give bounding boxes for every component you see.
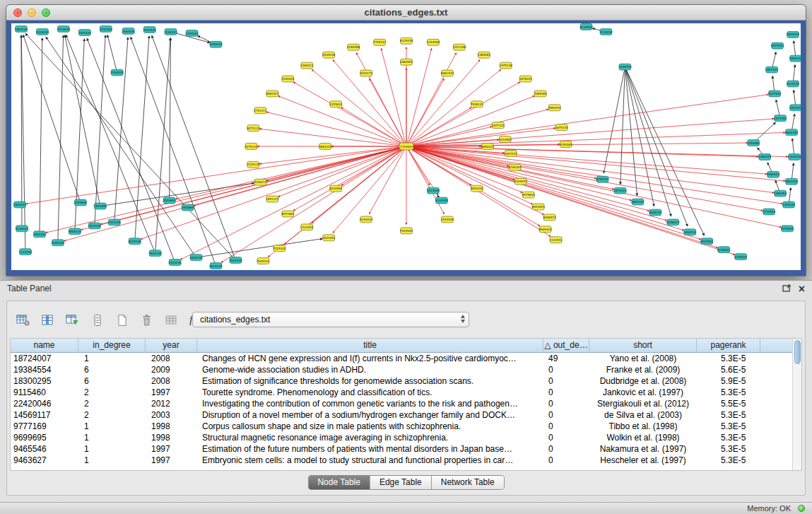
graph-node[interactable]: 8954923 (532, 204, 545, 210)
graph-node[interactable]: 1114334 (19, 249, 32, 255)
graph-node[interactable]: 2018343 (36, 28, 49, 35)
table-row[interactable]: 969969511998Structural magnetic resonanc… (11, 432, 792, 443)
table-row[interactable]: 2242004622012Investigating the contribut… (11, 398, 792, 409)
graph-node[interactable]: 9154469 (560, 141, 572, 148)
graph-node[interactable]: 9634342 (471, 185, 483, 192)
float-panel-icon[interactable] (782, 283, 792, 296)
graph-node[interactable]: 8215135 (129, 238, 141, 245)
graph-node[interactable]: 2125135 (247, 161, 260, 168)
graph-node[interactable]: 1915135 (108, 219, 121, 226)
graph-node[interactable]: 8438197 (649, 209, 662, 216)
graph-node[interactable]: 1485083 (478, 52, 490, 58)
tab-edge-table[interactable]: Edge Table (370, 476, 431, 489)
graph-node[interactable]: 1664951 (400, 59, 413, 65)
graph-node[interactable]: 7623452 (322, 235, 335, 241)
graph-node[interactable]: 1325612 (329, 101, 342, 107)
graph-node[interactable]: 8134304 (580, 23, 593, 30)
graph-node[interactable]: 9405106 (322, 52, 335, 58)
graph-node[interactable]: 2164334 (165, 28, 177, 35)
graph-node[interactable]: 1607437 (505, 150, 517, 156)
graph-node[interactable]: 1948794 (619, 64, 632, 70)
graph-node[interactable]: 1853104 (15, 25, 28, 32)
select-columns-button[interactable] (39, 311, 57, 329)
graph-node[interactable]: 9581437 (266, 90, 278, 97)
column-header-name[interactable]: name (11, 339, 78, 353)
graph-node[interactable]: 1221398 (453, 44, 466, 50)
graph-node[interactable]: 1154908 (427, 39, 440, 45)
graph-node[interactable]: 9245022 (717, 247, 730, 253)
table-row[interactable]: 977716911998Corpus callosum shape and si… (11, 421, 792, 432)
graph-node[interactable]: 1559581 (747, 140, 760, 146)
merge-table-button[interactable] (163, 311, 181, 329)
graph-node[interactable]: 6961933 (441, 70, 454, 76)
graph-node[interactable]: 1694319 (683, 229, 696, 235)
graph-node[interactable]: 8164161 (509, 164, 522, 170)
tab-network-table[interactable]: Network Table (431, 476, 504, 489)
table-row[interactable]: 1456911722003Disruption of a novel membe… (11, 409, 792, 421)
graph-node[interactable]: 1060454 (774, 190, 787, 197)
graph-node[interactable]: 3861243 (319, 144, 331, 150)
graph-node[interactable]: 1804334 (789, 55, 801, 62)
graph-node[interactable]: 8690123 (481, 144, 494, 150)
graph-node[interactable]: 1879319 (614, 187, 627, 194)
graph-node[interactable]: 9683197 (632, 199, 645, 205)
table-mode-button[interactable] (64, 311, 82, 329)
graph-node[interactable]: 9904334 (785, 129, 798, 136)
network-canvas[interactable]: 1724004869012396343421534545752454291934… (11, 23, 801, 270)
graph-node[interactable]: 9343433 (143, 26, 156, 33)
create-column-button[interactable] (113, 311, 131, 329)
graph-node[interactable]: 1677123 (492, 122, 505, 129)
graph-node[interactable]: 1460013 (300, 62, 313, 69)
graph-node[interactable]: 2915135 (230, 257, 242, 264)
graph-node[interactable]: 1304334 (782, 201, 795, 208)
table-settings-button[interactable] (14, 311, 33, 329)
graph-node[interactable]: 3210562 (499, 136, 512, 143)
graph-node[interactable]: 2204937 (514, 178, 527, 185)
graph-node[interactable]: 1604334 (13, 201, 26, 208)
graph-node[interactable]: 9460429 (767, 171, 779, 177)
graph-node[interactable]: 5905135 (69, 228, 81, 235)
graph-node[interactable]: 8100094 (329, 185, 342, 192)
graph-node[interactable]: 2515135 (169, 259, 182, 266)
graph-node[interactable]: 2110434 (600, 28, 613, 35)
graph-node[interactable]: 2016334 (111, 69, 124, 76)
graph-node[interactable]: 2260588 (347, 44, 360, 50)
column-header-out_degree[interactable]: △ out_de… (543, 339, 589, 353)
graph-node[interactable]: 8973463 (281, 211, 294, 217)
column-header-short[interactable]: short (589, 339, 697, 353)
graph-node[interactable]: 9273112 (247, 125, 260, 132)
window-titlebar[interactable]: × − + citations_edges.txt (6, 5, 806, 21)
graph-node[interactable]: 8125439 (400, 37, 413, 44)
graph-node[interactable]: 1820695 (94, 203, 107, 209)
graph-node[interactable]: 9319939 (57, 25, 70, 32)
table-row[interactable]: 946554611997Estimation of the future num… (11, 443, 792, 455)
graph-node[interactable]: 1954334 (33, 231, 46, 238)
graph-node[interactable]: 9227443 (768, 90, 781, 97)
graph-node[interactable]: 3220172 (360, 70, 372, 76)
graph-node[interactable]: 9427443 (771, 42, 784, 49)
graph-node[interactable]: 9504334 (787, 31, 799, 37)
graph-node[interactable]: 7850933 (548, 105, 561, 111)
column-header-in_degree[interactable]: in_degree (78, 339, 146, 353)
graph-node[interactable]: 1404334 (788, 153, 801, 160)
graph-node[interactable]: 7635341 (257, 258, 270, 264)
graph-node[interactable]: 2264334 (52, 240, 64, 246)
graph-node[interactable]: 1124531 (550, 237, 563, 243)
graph-node[interactable]: 1254033 (186, 30, 199, 36)
graph-node[interactable]: 7123453 (300, 224, 313, 230)
graph-node[interactable]: 1943334 (78, 29, 91, 35)
table-selector-dropdown[interactable]: citations_edges.txt (192, 312, 469, 327)
tab-node-table[interactable]: Node Table (308, 476, 370, 489)
graph-node[interactable]: 9575844 (522, 192, 535, 198)
graph-node[interactable]: 1514545 (427, 187, 440, 194)
graph-node[interactable]: 1875153 (555, 124, 568, 131)
graph-node[interactable]: 2520690 (163, 197, 176, 204)
graph-node[interactable]: 6793197 (596, 176, 609, 182)
graph-node[interactable]: 1651127 (266, 196, 278, 202)
graph-node[interactable]: 1878341 (519, 76, 532, 82)
graph-node[interactable]: 8924502 (700, 238, 713, 245)
graph-node[interactable]: 7726141 (373, 39, 386, 45)
graph-node[interactable]: 9134334 (16, 226, 28, 232)
close-panel-icon[interactable]: × (799, 284, 805, 294)
graph-node[interactable]: 3190217 (254, 179, 267, 185)
